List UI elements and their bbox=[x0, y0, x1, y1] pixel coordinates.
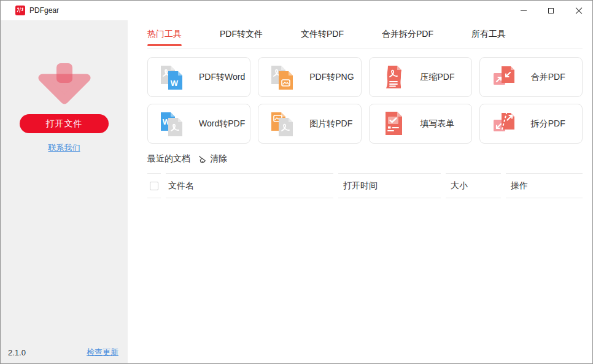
select-all-checkbox[interactable] bbox=[150, 182, 158, 190]
close-icon bbox=[575, 7, 583, 14]
tool-card-label: 填写表单 bbox=[421, 118, 455, 130]
tool-card-merge-pdf[interactable]: 合并PDF bbox=[479, 57, 583, 97]
recent-table-header: 文件名 打开时间 大小 操作 bbox=[147, 173, 583, 198]
column-header-filename: 文件名 bbox=[166, 173, 333, 198]
merge-pdf-icon bbox=[491, 64, 518, 91]
compress-pdf-icon bbox=[381, 64, 408, 91]
clear-recent-label: 清除 bbox=[210, 153, 227, 165]
clear-recent-button[interactable]: 清除 bbox=[198, 153, 227, 165]
window-title: PDFgear bbox=[29, 6, 510, 15]
recent-documents-title: 最近的文档 bbox=[147, 153, 190, 165]
column-header-operation: 操作 bbox=[506, 173, 583, 198]
tool-card-pdf-to-word[interactable]: WPDF转Word bbox=[147, 57, 250, 97]
main-content: 热门工具PDF转文件文件转PDF合并拆分PDF所有工具 WPDF转WordPDF… bbox=[128, 20, 592, 364]
header-checkbox-cell bbox=[147, 173, 161, 198]
title-bar: PDFgear bbox=[1, 1, 592, 20]
image-to-pdf-icon bbox=[269, 110, 296, 137]
minimize-icon bbox=[521, 10, 527, 11]
recent-documents-header: 最近的文档 清除 bbox=[147, 153, 583, 165]
sidebar-footer: 2.1.0 检查更新 bbox=[1, 347, 128, 358]
tab-all-tools[interactable]: 所有工具 bbox=[471, 20, 506, 48]
tool-card-word-to-pdf[interactable]: WWord转PDF bbox=[147, 104, 250, 144]
sidebar: 打开文件 联系我们 2.1.0 检查更新 bbox=[1, 20, 128, 364]
check-update-link[interactable]: 检查更新 bbox=[87, 347, 118, 358]
word-to-pdf-icon: W bbox=[159, 110, 186, 137]
column-header-size: 大小 bbox=[446, 173, 501, 198]
download-arrow-icon bbox=[34, 62, 95, 109]
tab-pdf-to-file[interactable]: PDF转文件 bbox=[220, 20, 263, 48]
tool-card-label: PDF转PNG bbox=[309, 72, 354, 83]
maximize-icon bbox=[548, 8, 554, 14]
tool-card-label: 合并PDF bbox=[531, 72, 565, 83]
tool-card-label: 拆分PDF bbox=[531, 118, 565, 130]
tab-merge-split-pdf[interactable]: 合并拆分PDF bbox=[382, 20, 433, 48]
tool-card-label: 压缩PDF bbox=[421, 72, 455, 83]
pdf-to-word-icon: W bbox=[159, 64, 186, 91]
app-logo-icon bbox=[15, 6, 25, 15]
tool-card-label: Word转PDF bbox=[199, 118, 245, 130]
tab-file-to-pdf[interactable]: 文件转PDF bbox=[301, 20, 344, 48]
minimize-button[interactable] bbox=[510, 1, 537, 20]
window-body: 打开文件 联系我们 2.1.0 检查更新 热门工具PDF转文件文件转PDF合并拆… bbox=[1, 20, 592, 364]
tool-card-label: PDF转Word bbox=[199, 72, 245, 83]
tool-card-grid: WPDF转WordPDF转PNG压缩PDF合并PDFWWord转PDF图片转PD… bbox=[147, 57, 583, 144]
close-button[interactable] bbox=[565, 1, 592, 20]
tool-card-compress-pdf[interactable]: 压缩PDF bbox=[369, 57, 472, 97]
broom-icon bbox=[198, 155, 207, 164]
tool-card-label: 图片转PDF bbox=[309, 118, 352, 130]
tab-bar: 热门工具PDF转文件文件转PDF合并拆分PDF所有工具 bbox=[147, 20, 583, 48]
contact-us-link[interactable]: 联系我们 bbox=[48, 142, 80, 153]
column-header-open-time: 打开时间 bbox=[338, 173, 441, 198]
split-pdf-icon bbox=[491, 110, 518, 137]
maximize-button[interactable] bbox=[537, 1, 565, 20]
tool-card-fill-form[interactable]: 填写表单 bbox=[369, 104, 472, 144]
svg-text:W: W bbox=[171, 79, 179, 88]
version-label: 2.1.0 bbox=[8, 348, 26, 357]
pdf-to-png-icon bbox=[269, 64, 296, 91]
open-file-button[interactable]: 打开文件 bbox=[20, 114, 109, 133]
app-window: PDFgear 打开文件 联系我们 2.1.0 检查更新 热门工具PDF转文件文… bbox=[0, 0, 593, 364]
tool-card-pdf-to-png[interactable]: PDF转PNG bbox=[258, 57, 361, 97]
fill-form-icon bbox=[381, 110, 408, 137]
tab-hot-tools[interactable]: 热门工具 bbox=[147, 20, 182, 48]
tool-card-split-pdf[interactable]: 拆分PDF bbox=[479, 104, 583, 144]
tool-card-image-to-pdf[interactable]: 图片转PDF bbox=[258, 104, 361, 144]
